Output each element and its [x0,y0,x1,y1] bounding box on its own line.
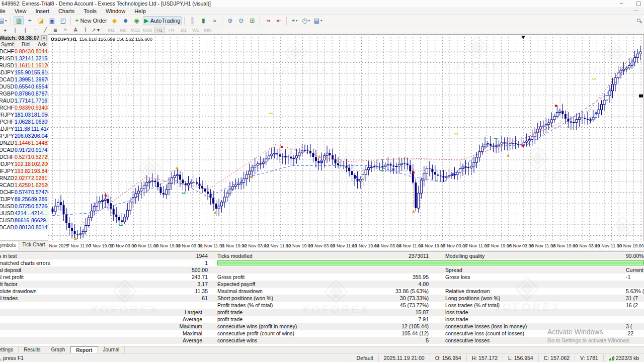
menu-view[interactable]: View [10,8,31,15]
crosshair-tool-button[interactable]: | [11,27,20,34]
text-tool-button[interactable]: A [71,27,80,34]
menu-help[interactable]: Help [130,8,150,15]
column-symbol[interactable]: Symbol [0,41,14,48]
maximize-button[interactable]: ▢ [635,1,642,7]
tester-tab-settings[interactable]: Settings [0,346,19,353]
market-watch-row[interactable]: CHFJPY193.824193.841 [0,168,48,175]
market-watch-row[interactable]: EURNZD2.027792.02817 [0,175,48,182]
templates-button[interactable]: ▤▾ [312,16,324,25]
timeframe-d1-button[interactable]: D1 [178,27,189,33]
market-watch-close-icon[interactable]: ✕ [41,35,47,40]
market-watch-row[interactable]: AUDUSD0.655420.65548 [0,83,48,90]
cursor-tool-button[interactable]: ＋ [1,27,10,34]
column-bid[interactable]: Bid [14,41,31,48]
alerts-button[interactable]: ◉ [132,16,142,25]
market-watch-row[interactable]: GBPJPY206.032206.048 [0,133,48,140]
arrows-tool-button[interactable]: ↗ ▾ [91,27,100,34]
menu-charts[interactable]: Charts [54,8,79,15]
templates-dropdown-icon[interactable]: ▾ [320,19,322,22]
menu-insert[interactable]: Insert [31,8,54,15]
market-watch-row[interactable]: EURCHF0.933910.93408 [0,105,48,112]
timeframe-h4-button[interactable]: H4 [166,27,177,33]
market-watch-row[interactable]: EURCAD1.625051.62526 [0,182,48,189]
market-watch-row[interactable]: GBPUSD1.321471.32154 [0,55,48,62]
new-order-button[interactable]: +New Order [73,16,108,25]
menu-window[interactable]: Window [101,8,130,15]
tester-tab-graph[interactable]: Graph [46,346,71,353]
market-watch-row[interactable]: BTCUSD86616...86629... [0,217,48,224]
market-watch-row[interactable]: EURUSD1.161141.16120 [0,62,48,69]
bar-chart-mode-button[interactable]: ║ [187,16,197,25]
strategy-tester-button[interactable]: ◰ [58,16,68,25]
timeframe-mn-button[interactable]: MN [202,27,213,33]
status-profile[interactable]: Default [351,354,378,361]
chart-shift-button[interactable]: ↞ [274,16,284,25]
bid-price: 0.87863 [14,90,31,98]
market-watch-row[interactable]: EURAUD1.771431.77167 [0,98,48,105]
profiles-button[interactable]: ▤▾ [0,16,8,25]
timeframe-m30-button[interactable]: M30 [142,27,153,33]
data-window-button[interactable]: + [25,16,35,25]
market-watch-row[interactable]: USDCHF0.804330.80442 [0,48,48,55]
symbol-name: AUDUSD [0,83,14,90]
market-watch-row[interactable]: CADJPY111.387111.414 [0,126,48,133]
market-watch-tab-symbols[interactable]: Symbols [0,241,19,250]
market-watch-row[interactable]: USDCAD1.399591.39970 [0,76,48,83]
metaeditor-button[interactable]: ◆ [110,16,120,25]
menu-tools[interactable]: Tools [79,8,101,15]
search-icon[interactable] [633,16,643,25]
column-ask[interactable]: Ask [31,41,48,48]
profile-user-button[interactable]: ☻ [121,16,131,25]
market-watch-row[interactable]: NZDJPY89.25689.286 [0,196,48,203]
trendline-tool-button[interactable]: ╱ [41,27,50,34]
menu-file[interactable]: File [0,8,10,15]
market-watch-row[interactable]: NZDUSD0.572520.57264 [0,203,48,210]
market-watch-row[interactable]: CADCHF0.574700.57476 [0,189,48,196]
tile-windows-button[interactable]: ⊞ [247,16,257,25]
autotrading-button[interactable]: ▶AutoTrading [143,16,182,25]
zoom-out-button[interactable]: ⊖ [236,16,246,25]
fibonacci-tool-button[interactable]: ≣ [51,27,60,34]
indicators-dropdown-icon[interactable]: ▾ [296,19,297,22]
market-watch-button[interactable]: ▥ [14,16,24,25]
channel-tool-button[interactable]: ≡ [61,27,70,34]
timeframe-h1-button[interactable]: H1 [154,27,165,33]
navigator-button[interactable]: ◪ [36,16,46,25]
indicators-button[interactable]: +▾ [289,16,299,25]
market-watch-row[interactable]: AUDCHF0.527190.52725 [0,154,48,161]
minimize-button[interactable]: – [618,1,625,7]
price-chart[interactable] [48,35,643,241]
market-watch-row[interactable]: AUDNZD1.144681.14482 [0,140,48,147]
time-axis[interactable]: 7 Nov 20257 Nov 11:007 Nov 19:0010 Nov 0… [48,241,644,250]
tester-tab-results[interactable]: Results [19,346,46,353]
market-watch-row[interactable]: GBPCHF1.062881.06305 [0,119,48,126]
market-watch-row[interactable]: USDJPY155.909155.916 [0,69,48,76]
market-watch-row[interactable]: EURGBP0.878630.87873 [0,90,48,98]
symbol-name: EURCAD [0,182,14,189]
timeframe-w1-button[interactable]: W1 [190,27,201,33]
timeframe-m15-button[interactable]: M15 [130,27,141,33]
auto-scroll-button[interactable]: ↠ [263,16,273,25]
profiles-dropdown-icon[interactable]: ▾ [5,19,7,22]
market-watch-row[interactable]: AUDJPY102.187102.200 [0,161,48,168]
hline-tool-button[interactable]: − [31,27,40,34]
market-watch-row[interactable]: EURJPY181.033181.050 [0,112,48,119]
market-watch-row[interactable]: NZDCAD0.801320.80147 [0,224,48,231]
market-watch-row[interactable]: AUDCAD0.917250.91741 [0,147,48,154]
chart-window[interactable]: USDJPY,H1156.618 156.699 156.562 156.600… [48,34,644,250]
text-label-tool-button[interactable]: T [81,27,90,34]
periods-dropdown-icon[interactable]: ▾ [308,19,310,22]
market-watch-row[interactable]: XAUUSD4214....4214.... [0,210,48,217]
tester-tab-journal[interactable]: Journal [98,346,125,353]
market-watch-tab-tick-chart[interactable]: Tick Chart [19,241,48,250]
candle-chart-mode-button[interactable]: ▮ [198,16,208,25]
terminal-button[interactable]: ▣ [47,16,57,25]
zoom-in-button[interactable]: ⊕ [225,16,235,25]
tester-tab-report[interactable]: Report [70,346,98,353]
periods-button[interactable]: ◷▾ [300,16,311,25]
line-chart-mode-button[interactable]: ≈ [209,16,219,25]
vline-tool-button[interactable]: ❘ [21,27,30,34]
timeframe-m5-button[interactable]: M5 [118,27,129,33]
child-minimize-button[interactable]: — [633,8,638,13]
timeframe-m1-button[interactable]: M1 [106,27,117,33]
